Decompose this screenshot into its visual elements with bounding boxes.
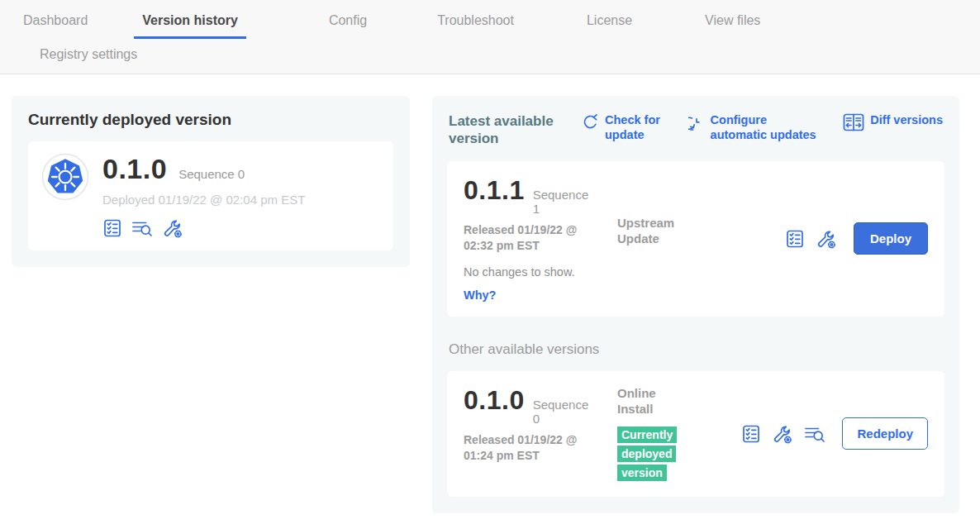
diff-versions-link[interactable]: Diff versions <box>843 112 943 142</box>
config-icon[interactable] <box>772 423 793 445</box>
preflight-checks-icon[interactable] <box>102 218 122 238</box>
configure-automatic-updates-link[interactable]: Configure automatic updates <box>688 112 820 142</box>
refresh-icon <box>583 112 599 133</box>
tab-view-files[interactable]: View files <box>705 13 760 39</box>
latest-version-number: 0.1.1 <box>464 175 525 206</box>
latest-available-title: Latest available version <box>449 112 569 148</box>
nav-row-1: Dashboard Version history Config Trouble… <box>0 13 980 39</box>
check-for-update-label: Check for update <box>605 112 664 142</box>
currently-deployed-panel: Currently deployed version <box>12 96 410 267</box>
tab-registry-settings[interactable]: Registry settings <box>40 47 980 74</box>
kubernetes-app-icon <box>41 153 89 201</box>
available-versions-panel: Latest available version Check for updat… <box>432 96 959 513</box>
preflight-checks-icon[interactable] <box>741 424 761 444</box>
config-icon[interactable] <box>162 217 183 239</box>
other-versions-title: Other available versions <box>447 341 944 358</box>
deploy-logs-icon[interactable] <box>131 218 153 238</box>
diff-versions-label: Diff versions <box>870 112 943 127</box>
latest-version-header: Latest available version Check for updat… <box>447 111 944 148</box>
latest-sequence-label: Sequence 1 <box>533 188 591 217</box>
why-link[interactable]: Why? <box>464 288 496 302</box>
currently-deployed-badge: Currently deployed version <box>617 427 677 481</box>
other-version-info: 0.1.0 Sequence 0 Released 01/19/22 @ 01:… <box>464 385 617 464</box>
deployed-version-card: 0.1.0 Sequence 0 Deployed 01/19/22 @ 02:… <box>28 141 393 250</box>
tab-config[interactable]: Config <box>329 13 367 39</box>
latest-version-info: 0.1.1 Sequence 1 Released 01/19/22 @ 02:… <box>464 175 617 303</box>
tab-dashboard[interactable]: Dashboard <box>23 13 88 39</box>
auto-update-clock-icon <box>688 112 705 135</box>
other-released-timestamp: Released 01/19/22 @ 01:24 pm EST <box>464 432 606 464</box>
currently-deployed-title: Currently deployed version <box>28 111 393 129</box>
other-card-actions: Redeploy <box>741 417 928 450</box>
tab-version-history[interactable]: Version history <box>134 13 246 39</box>
main-content: Currently deployed version <box>0 74 980 513</box>
other-version-card: 0.1.0 Sequence 0 Released 01/19/22 @ 01:… <box>447 371 944 497</box>
preflight-checks-icon[interactable] <box>785 229 805 249</box>
configure-automatic-updates-label: Configure automatic updates <box>711 112 820 142</box>
deployed-sequence-label: Sequence 0 <box>178 167 245 181</box>
deploy-button[interactable]: Deploy <box>854 222 928 255</box>
online-install-label: Online Install <box>617 385 665 417</box>
currently-deployed-badge-wrap: Currently deployed version <box>617 426 685 483</box>
header-actions: Check for update Configure automatic upd… <box>569 112 943 142</box>
deployed-version-info: 0.1.0 Sequence 0 Deployed 01/19/22 @ 02:… <box>102 153 305 239</box>
nav-row-2: Registry settings <box>0 47 980 74</box>
upstream-update-label: Upstream Update <box>617 215 687 247</box>
other-sequence-label: Sequence 0 <box>533 398 591 427</box>
latest-released-timestamp: Released 01/19/22 @ 02:32 pm EST <box>464 222 606 254</box>
deploy-logs-icon[interactable] <box>804 424 825 444</box>
other-version-number: 0.1.0 <box>464 385 525 416</box>
diff-icon <box>843 112 864 135</box>
redeploy-button[interactable]: Redeploy <box>842 417 928 450</box>
latest-version-source: Upstream Update <box>617 175 728 247</box>
no-changes-text: No changes to show. <box>464 265 617 279</box>
deployed-version-number: 0.1.0 <box>102 153 167 185</box>
other-version-source: Online Install Currently deployed versio… <box>617 385 728 483</box>
tab-license[interactable]: License <box>587 13 632 39</box>
top-navigation: Dashboard Version history Config Trouble… <box>0 0 980 74</box>
deployed-timestamp: Deployed 01/19/22 @ 02:04 pm EST <box>102 193 305 207</box>
tab-troubleshoot[interactable]: Troubleshoot <box>437 13 514 39</box>
check-for-update-link[interactable]: Check for update <box>583 112 664 142</box>
latest-card-actions: Deploy <box>785 222 928 255</box>
config-icon[interactable] <box>816 228 837 250</box>
latest-version-card: 0.1.1 Sequence 1 Released 01/19/22 @ 02:… <box>447 161 944 317</box>
